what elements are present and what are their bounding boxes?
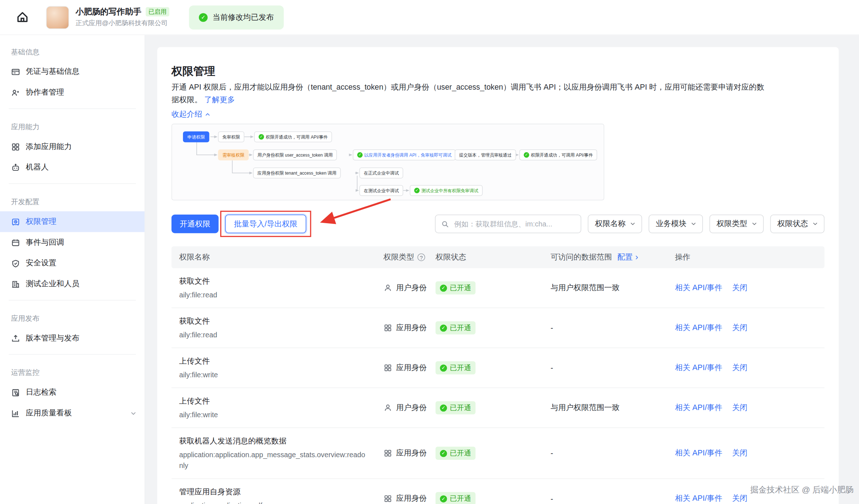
chevron-down-icon — [812, 221, 818, 227]
status-badge: ✓已开通 — [436, 447, 476, 460]
close-permission-link[interactable]: 关闭 — [732, 403, 748, 413]
diagram-node-tenant-token: 应用身份权限 tenant_access_token 调用 — [253, 167, 341, 178]
permission-name-cell: 获取文件 aily:file:read — [179, 275, 383, 301]
close-permission-link[interactable]: 关闭 — [732, 494, 748, 503]
check-icon: ✓ — [440, 404, 447, 411]
flow-diagram: 申请权限 免审权限 ✓权限开通成功，可调用 API/事件 需审核权限 用户身份权… — [172, 124, 604, 201]
sidebar-item-collaborators[interactable]: 协作者管理 — [0, 82, 144, 103]
sidebar-section-basic-info: 基础信息 — [0, 39, 144, 61]
user-identity-icon — [383, 404, 392, 412]
permission-card: 权限管理 开通 API 权限后，应用才能以应用身份（tenant_access_… — [157, 47, 838, 504]
related-api-link[interactable]: 相关 API/事件 — [675, 283, 722, 293]
collapse-intro-link[interactable]: 收起介绍 — [172, 109, 211, 119]
open-permission-button[interactable]: 开通权限 — [172, 215, 219, 233]
sidebar-item-add-capability[interactable]: 添加应用能力 — [0, 136, 144, 157]
diagram-node-test-debug: 在测试企业中调试 — [359, 185, 403, 196]
home-button[interactable] — [15, 10, 31, 25]
check-icon: ✓ — [414, 188, 419, 193]
event-callback-icon — [11, 238, 20, 247]
related-api-link[interactable]: 相关 API/事件 — [675, 448, 722, 458]
close-permission-link[interactable]: 关闭 — [732, 323, 748, 333]
permission-name-cell: 获取机器人发送消息的概览数据 application:application.a… — [179, 435, 383, 471]
related-api-link[interactable]: 相关 API/事件 — [675, 323, 722, 333]
filter-permission-type[interactable]: 权限类型 — [709, 215, 764, 233]
col-permission-name: 权限名称 — [179, 252, 383, 262]
chevron-down-icon — [629, 221, 636, 227]
sidebar-section-monitoring: 运营监控 — [0, 360, 144, 382]
capability-grid-icon — [11, 142, 20, 152]
actions-cell: 相关 API/事件 关闭 — [675, 323, 824, 333]
sidebar-item-credentials[interactable]: 凭证与基础信息 — [0, 61, 144, 82]
batch-import-export-button[interactable]: 批量导入/导出权限 — [225, 215, 306, 233]
check-icon: ✓ — [440, 495, 447, 502]
diagram-node-submit-version: 提交版本，管理员审核通过 — [455, 149, 516, 160]
related-api-link[interactable]: 相关 API/事件 — [675, 403, 722, 413]
col-permission-status: 权限状态 — [436, 252, 551, 262]
filter-permission-status[interactable]: 权限状态 — [770, 215, 825, 233]
page-title: 权限管理 — [172, 64, 824, 77]
scope-config-link[interactable]: 配置 — [617, 252, 640, 262]
app-info: 小肥肠的写作助手 已启用 正式应用@小肥肠科技有限公司 — [46, 6, 169, 29]
related-api-link[interactable]: 相关 API/事件 — [675, 363, 722, 373]
sidebar-section-dev-config: 开发配置 — [0, 189, 144, 211]
sidebar-section-release: 应用发布 — [0, 306, 144, 328]
check-icon: ✓ — [524, 152, 529, 158]
table-row: 上传文件 aily:file:write 应用身份 ✓已开通 - 相关 API — [172, 348, 824, 388]
data-scope-cell: - — [551, 324, 675, 332]
search-input[interactable] — [453, 219, 575, 229]
filter-permission-name[interactable]: 权限名称 — [588, 215, 642, 233]
divider — [9, 183, 136, 184]
status-badge: ✓已开通 — [436, 281, 476, 294]
table-row: 上传文件 aily:file:write 用户身份 ✓已开通 与用户权限范围一致 — [172, 388, 824, 428]
permission-name-cell: 上传文件 aily:file:write — [179, 395, 383, 420]
log-search-icon — [11, 388, 20, 397]
diagram-node-granted-1: ✓权限开通成功，可调用 API/事件 — [254, 131, 332, 142]
app-subtitle: 正式应用@小肥肠科技有限公司 — [76, 19, 169, 28]
sidebar-item-events-callbacks[interactable]: 事件与回调 — [0, 232, 144, 253]
divider — [9, 300, 136, 301]
sidebar-item-log-search[interactable]: 日志检索 — [0, 382, 144, 403]
close-permission-link[interactable]: 关闭 — [732, 363, 748, 373]
security-shield-icon — [11, 258, 20, 268]
publish-status-text: 当前修改均已发布 — [213, 12, 274, 22]
filter-business-module[interactable]: 业务模块 — [649, 215, 703, 233]
release-upload-icon — [11, 334, 20, 343]
table-header: 权限名称 权限类型 ? 权限状态 可访问的数据范围 配置 — [172, 246, 824, 268]
sidebar-section-capabilities: 应用能力 — [0, 114, 144, 136]
page-description: 开通 API 权限后，应用才能以应用身份（tenant_access_token… — [172, 81, 766, 106]
diagram-node-formal-debug: 在正式企业中调试 — [359, 167, 403, 178]
check-icon: ✓ — [259, 134, 264, 139]
chevron-right-icon — [634, 254, 640, 260]
sidebar-item-quality-dashboard[interactable]: 应用质量看板 — [0, 403, 144, 424]
app-name: 小肥肠的写作助手 — [76, 6, 141, 17]
close-permission-link[interactable]: 关闭 — [732, 283, 748, 293]
status-badge: ✓已开通 — [436, 401, 476, 414]
help-icon[interactable]: ? — [418, 253, 425, 261]
sidebar-item-test-company[interactable]: 测试企业和人员 — [0, 274, 144, 294]
search-box[interactable] — [435, 215, 581, 233]
check-circle-icon: ✓ — [199, 13, 208, 22]
sidebar: 基础信息 凭证与基础信息 协作者管理 应用能力 添加应用能力 机器人 开发配置 — [0, 35, 145, 504]
robot-icon — [11, 163, 20, 172]
sidebar-item-version-release[interactable]: 版本管理与发布 — [0, 328, 144, 349]
col-data-scope: 可访问的数据范围 配置 — [551, 252, 675, 262]
data-scope-cell: 与用户权限范围一致 — [551, 283, 675, 293]
app-enabled-badge: 已启用 — [146, 7, 169, 17]
sidebar-item-permission-management[interactable]: 权限管理 — [0, 211, 144, 232]
close-permission-link[interactable]: 关闭 — [732, 448, 748, 458]
search-icon — [441, 220, 449, 228]
sidebar-item-security-settings[interactable]: 安全设置 — [0, 253, 144, 274]
chevron-down-icon[interactable] — [130, 410, 137, 417]
actions-cell: 相关 API/事件 关闭 — [675, 448, 824, 458]
check-icon: ✓ — [357, 152, 362, 158]
sidebar-item-bot[interactable]: 机器人 — [0, 157, 144, 178]
top-header: 小肥肠的写作助手 已启用 正式应用@小肥肠科技有限公司 ✓ 当前修改均已发布 — [0, 0, 859, 35]
learn-more-link[interactable]: 了解更多 — [204, 95, 235, 104]
data-scope-cell: - — [551, 449, 675, 458]
col-actions: 操作 — [675, 252, 824, 262]
related-api-link[interactable]: 相关 API/事件 — [675, 494, 722, 503]
app-avatar — [46, 6, 69, 29]
diagram-node-exempt: 免审权限 — [218, 131, 244, 142]
permission-status-cell: ✓已开通 — [436, 281, 551, 294]
check-icon: ✓ — [440, 284, 447, 292]
